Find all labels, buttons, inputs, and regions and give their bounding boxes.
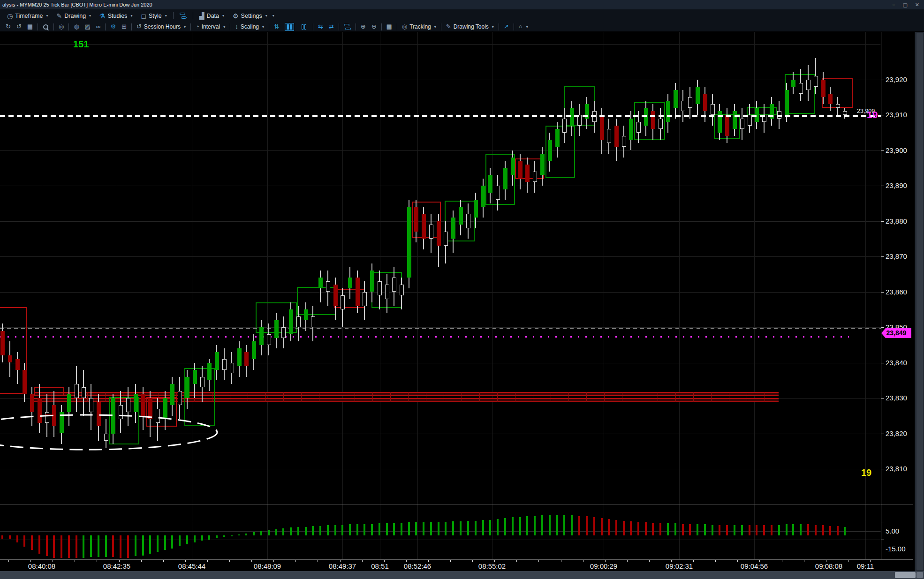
candle	[392, 278, 396, 292]
histogram-bar	[201, 535, 203, 541]
histogram-bar	[327, 525, 329, 535]
histogram-bar	[578, 516, 580, 535]
axis-line	[881, 32, 881, 559]
horizontal-scrollbar-thumb[interactable]	[895, 572, 916, 578]
sub-axis-tick	[881, 540, 884, 540]
candle	[237, 348, 242, 366]
band-tick	[319, 392, 319, 402]
candle	[400, 285, 404, 295]
band-tick	[586, 392, 587, 402]
gridline	[0, 363, 881, 363]
price-tick	[881, 80, 884, 80]
candle	[370, 271, 374, 292]
candle	[703, 94, 707, 112]
sub-axis-label: 5.00	[886, 527, 899, 535]
band-tick	[337, 392, 337, 402]
subgraph-gridline	[0, 522, 881, 522]
candle	[481, 186, 485, 207]
last-price-tag: 23,849	[881, 328, 911, 338]
histogram-bar	[601, 518, 603, 535]
candle	[414, 207, 418, 232]
band-tick	[444, 392, 444, 402]
candle	[252, 341, 256, 359]
close-button[interactable]: ✕	[915, 0, 919, 9]
gridline	[0, 80, 881, 80]
histogram-bar	[829, 526, 831, 535]
application-window: alysis - MYMM20 25 Tick Bar [CBOT] Micro…	[0, 0, 924, 579]
histogram-bar	[401, 523, 402, 535]
price-axis-label: 23,830	[886, 394, 907, 402]
histogram-bar	[800, 524, 802, 535]
histogram-bar	[571, 515, 573, 535]
histogram-bar	[157, 535, 159, 552]
histogram-bar	[282, 528, 284, 535]
band-tick	[568, 392, 569, 402]
histogram-bar	[719, 525, 720, 535]
candle	[156, 409, 160, 423]
histogram-bar	[135, 535, 136, 556]
candle	[267, 334, 271, 345]
horizontal-scrollbar[interactable]	[0, 571, 924, 579]
histogram-bar	[253, 532, 255, 535]
histogram-bar	[645, 522, 647, 535]
candle	[503, 168, 507, 189]
band-tick	[551, 392, 551, 402]
histogram-bar	[763, 525, 765, 535]
price-tick	[881, 434, 884, 434]
histogram-bar	[364, 524, 365, 535]
histogram-bar	[460, 521, 462, 535]
candle	[459, 207, 463, 225]
histogram-bar	[149, 535, 151, 554]
band-tick	[372, 392, 373, 402]
price-tick	[881, 327, 884, 328]
candle	[259, 327, 264, 345]
candle	[466, 214, 470, 228]
horizontal-scrollbar-button[interactable]	[916, 572, 923, 578]
histogram-bar	[245, 534, 247, 535]
band-tick	[265, 392, 266, 402]
magenta-count-label: 19	[867, 109, 878, 120]
vertical-scrollbar-thumb[interactable]	[916, 33, 923, 570]
histogram-bar	[749, 525, 750, 535]
band-tick	[729, 392, 729, 402]
vertical-scrollbar[interactable]	[915, 32, 924, 571]
candle	[651, 111, 655, 129]
gridline-vertical	[679, 32, 680, 559]
histogram-bar	[319, 526, 321, 535]
price-axis-label: 23,810	[886, 465, 907, 473]
histogram-bar	[120, 535, 121, 558]
candle	[711, 104, 715, 115]
band-tick	[533, 392, 533, 402]
chart-plot-area[interactable]	[0, 0, 881, 571]
price-tick	[881, 186, 884, 186]
maximize-button[interactable]: ▢	[902, 0, 907, 9]
gridline	[0, 256, 881, 257]
candle	[200, 377, 204, 388]
signal-dashed-line	[0, 115, 881, 117]
histogram-bar	[438, 522, 439, 535]
histogram-bar	[504, 518, 506, 535]
candle	[230, 363, 234, 374]
histogram-bar	[689, 524, 691, 535]
candle	[659, 119, 663, 129]
histogram-bar	[312, 526, 314, 535]
histogram-bar	[393, 523, 395, 535]
candle	[622, 136, 626, 147]
histogram-bar	[807, 524, 809, 535]
resistance-band	[34, 398, 779, 402]
candle	[843, 111, 847, 115]
candle	[311, 316, 315, 327]
minimize-button[interactable]: –	[892, 0, 895, 9]
candle	[89, 398, 93, 412]
histogram-bar	[667, 523, 669, 535]
candle	[666, 101, 670, 122]
histogram-bar	[231, 535, 233, 536]
candle	[733, 111, 737, 129]
candle	[636, 122, 641, 133]
candle	[97, 402, 101, 427]
candle	[429, 225, 433, 239]
price-tick	[881, 292, 884, 293]
gridline	[0, 150, 881, 151]
dotted-magenta-line	[0, 336, 849, 338]
histogram-bar	[171, 535, 173, 549]
